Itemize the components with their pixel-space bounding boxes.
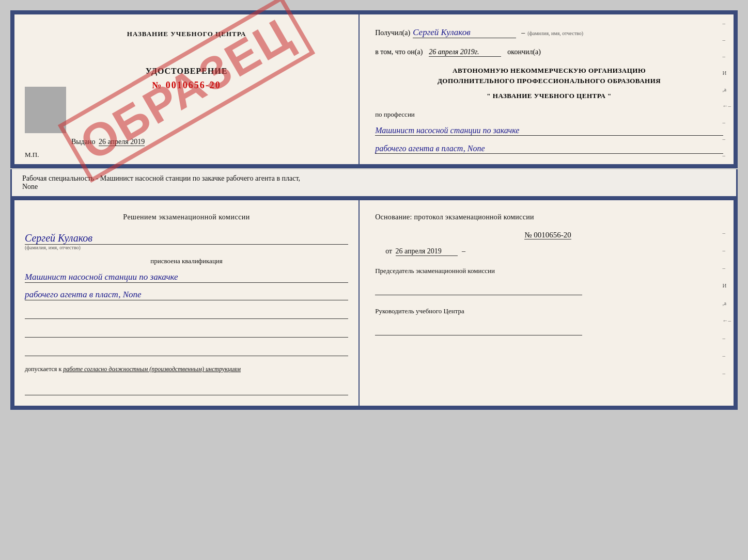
bottom-right-panel: Основание: протокол экзаменационной коми… — [360, 200, 734, 406]
top-document-outer: НАЗВАНИЕ УЧЕБНОГО ЦЕНТРА ОБРАЗЕЦ УДОСТОВ… — [10, 10, 738, 168]
protocol-date: от 26 апреля 2019 – — [375, 247, 721, 256]
blank-line-1 — [25, 309, 348, 319]
protocol-date-value: 26 апреля 2019 — [396, 247, 458, 256]
sample-watermark: ОБРАЗЕЦ — [58, 0, 315, 183]
page-wrapper: НАЗВАНИЕ УЧЕБНОГО ЦЕНТРА ОБРАЗЕЦ УДОСТОВ… — [10, 10, 738, 410]
date-prefix: от — [385, 247, 392, 255]
middle-text-line2: None — [22, 183, 38, 190]
side-marks-bottom: –––И,а←–––– — [722, 230, 731, 376]
profession-label: по профессии — [375, 110, 723, 119]
date-label: в том, что он(а) — [375, 48, 423, 56]
issued-label: Выдано — [71, 138, 96, 146]
qualification-value-2: рабочего агента в пласт, None — [25, 290, 348, 300]
allowed-italic: работе согласно должностным (производств… — [63, 365, 241, 373]
received-label: Получил(а) — [375, 29, 410, 37]
top-document: НАЗВАНИЕ УЧЕБНОГО ЦЕНТРА ОБРАЗЕЦ УДОСТОВ… — [14, 14, 734, 164]
bottom-document-outer: Решением экзаменационной комиссии Сергей… — [10, 196, 738, 410]
side-marks-top: –––И,а←–––– — [722, 20, 731, 158]
middle-text-area: Рабочая специальность - Машинист насосно… — [10, 169, 738, 196]
received-row: Получил(а) Сергей Кулаков – (фамилия, им… — [375, 27, 723, 38]
blank-bottom — [25, 385, 348, 395]
profession-value-1: Машинист насосной станции по закачке — [375, 126, 723, 136]
bottom-left-panel: Решением экзаменационной комиссии Сергей… — [14, 200, 360, 406]
qualification-value-1: Машинист насосной станции по закачке — [25, 272, 348, 283]
mp-text: М.П. — [25, 151, 39, 159]
basis-title: Основание: протокол экзаменационной коми… — [375, 213, 721, 221]
head-label: Руководитель учебного Центра — [375, 307, 721, 316]
org-line1: АВТОНОМНУЮ НЕКОММЕРЧЕСКУЮ ОРГАНИЗАЦИЮ ДО… — [375, 66, 723, 86]
finished-label: окончил(а) — [507, 48, 541, 56]
cert-number: № 0010656-20 — [25, 80, 348, 91]
protocol-number: № 0010656-20 — [375, 231, 721, 239]
fio-hint-bottom: (фамилия, имя, отчество) — [25, 245, 348, 250]
training-center-title: НАЗВАНИЕ УЧЕБНОГО ЦЕНТРА — [25, 30, 348, 38]
middle-text-line1: Рабочая специальность - Машинист насосно… — [22, 174, 300, 182]
issued-date: 26 апреля 2019 — [99, 138, 145, 146]
blank-line-3 — [25, 346, 348, 356]
org-name: " НАЗВАНИЕ УЧЕБНОГО ЦЕНТРА " — [375, 92, 723, 100]
decision-text: Решением экзаменационной комиссии — [25, 213, 348, 221]
photo-placeholder — [25, 87, 66, 133]
person-name: Сергей Кулаков — [25, 232, 348, 245]
assigned-text: присвоена квалификация — [25, 257, 348, 265]
chairman-label: Председатель экзаменационной комиссии — [375, 266, 721, 276]
bottom-document: Решением экзаменационной комиссии Сергей… — [14, 200, 734, 406]
top-right-panel: Получил(а) Сергей Кулаков – (фамилия, им… — [360, 14, 734, 164]
date-row: в том, что он(а) 26 апреля 2019г. окончи… — [375, 47, 723, 57]
top-left-panel: НАЗВАНИЕ УЧЕБНОГО ЦЕНТРА ОБРАЗЕЦ УДОСТОВ… — [14, 14, 360, 164]
issued-line: Выдано 26 апреля 2019 — [71, 138, 145, 146]
dash-after-date: – — [462, 247, 465, 255]
dash-right: – — [521, 29, 525, 37]
allowed-label: допускается к — [25, 365, 61, 373]
profession-value-2: рабочего агента в пласт, None — [375, 144, 723, 154]
chairman-sig-line — [375, 285, 582, 295]
person-name-row: Сергей Кулаков (фамилия, имя, отчество) — [25, 230, 348, 250]
date-value: 26 апреля 2019г. — [429, 48, 501, 57]
fio-hint-top: (фамилия, имя, отчество) — [527, 30, 583, 36]
blank-line-2 — [25, 327, 348, 338]
cert-title: УДОСТОВЕРЕНИЕ — [25, 67, 348, 76]
head-sig-line — [375, 325, 582, 335]
allowed-text: допускается к работе согласно должностны… — [25, 365, 348, 373]
received-name: Сергей Кулаков — [413, 27, 516, 38]
